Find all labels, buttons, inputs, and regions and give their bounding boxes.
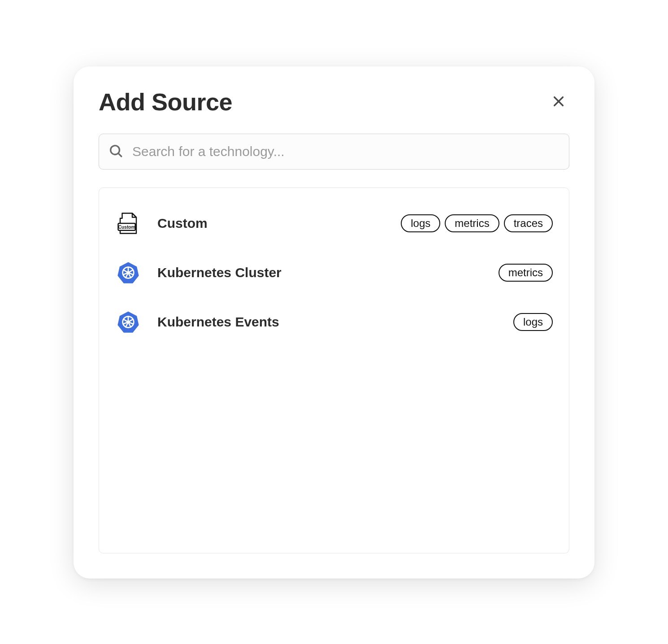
source-row-kubernetes-cluster[interactable]: Kubernetes Cluster metrics <box>115 248 553 297</box>
svg-text:Custom: Custom <box>118 225 135 230</box>
search-input[interactable] <box>131 144 560 160</box>
source-list: Custom Custom logs metrics traces <box>99 187 569 553</box>
add-source-modal: Add Source <box>74 66 594 579</box>
tag-group: logs <box>513 313 553 331</box>
modal-title: Add Source <box>99 88 232 116</box>
source-label: Kubernetes Events <box>157 314 513 330</box>
source-label: Custom <box>157 216 401 231</box>
source-row-custom[interactable]: Custom Custom logs metrics traces <box>115 199 553 248</box>
tag-pill: logs <box>401 214 440 232</box>
svg-line-3 <box>118 153 121 156</box>
search-icon <box>108 143 123 160</box>
custom-file-icon: Custom <box>115 210 141 236</box>
close-icon <box>551 94 566 110</box>
tag-pill: metrics <box>499 264 553 282</box>
tag-pill: metrics <box>445 214 499 232</box>
tag-pill: traces <box>504 214 553 232</box>
kubernetes-icon <box>115 309 141 335</box>
search-field[interactable] <box>99 134 569 170</box>
close-button[interactable] <box>548 91 569 113</box>
modal-header: Add Source <box>99 88 569 116</box>
tag-group: logs metrics traces <box>401 214 553 232</box>
source-row-kubernetes-events[interactable]: Kubernetes Events logs <box>115 297 553 347</box>
kubernetes-icon <box>115 260 141 286</box>
tag-pill: logs <box>513 313 553 331</box>
source-label: Kubernetes Cluster <box>157 265 499 280</box>
tag-group: metrics <box>499 264 553 282</box>
